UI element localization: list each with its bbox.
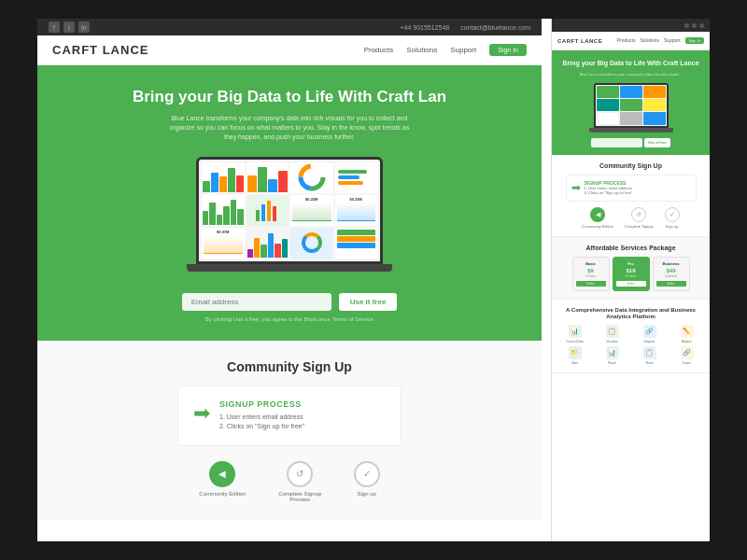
thumb-step-circle-3: ✓	[665, 207, 680, 222]
thumb-analytics-label-3: Integrate	[632, 340, 667, 343]
thumb-nav-products[interactable]: Products	[617, 37, 636, 44]
thumb-nav-solutions[interactable]: Solutions	[640, 37, 659, 44]
thumb-pkg-price-pro: $19	[616, 268, 646, 273]
screen-cell-11	[290, 228, 333, 259]
thumb-logo: CARFT LANCE	[557, 38, 602, 44]
facebook-icon[interactable]: f	[49, 21, 60, 33]
thumb-cell-7	[597, 112, 619, 124]
thumb-pkg-price-biz: $49	[656, 268, 686, 273]
twitter-icon[interactable]: t	[63, 21, 75, 33]
thumb-signup-label: SIGNUP PROCESS	[585, 180, 633, 186]
hero-subtitle: Blue Lance transforms your company's dat…	[168, 114, 411, 141]
nav-logo: CARFT LANCE	[52, 43, 364, 57]
hero-cta: Use it free	[56, 293, 523, 311]
thumb-analytics-label-1: Connect Data	[557, 340, 592, 343]
use-it-free-button[interactable]: Use it free	[339, 293, 398, 311]
thumb-hero-subtitle: Blue Lance transforms your company's dat…	[559, 72, 702, 77]
thumb-step-label-1: Community Edition	[582, 224, 613, 229]
thumb-analytics-2: 📋 Visualize	[595, 325, 629, 343]
thumb-analytics-1: 📊 Connect Data	[557, 325, 592, 343]
thumb-analytics-icon-6: 📊	[606, 346, 619, 359]
thumb-dot-3	[699, 23, 704, 28]
thumb-pkg-name-pro: Pro	[616, 261, 646, 266]
signup-label: SIGNUP PROCESS	[219, 399, 304, 409]
nav-solutions[interactable]: Solutions	[406, 46, 437, 54]
signup-step-1: 1. User enters email address	[219, 413, 304, 423]
step-circle-process: ↺	[287, 461, 313, 487]
thumb-step-2: ↺ Complete Signup	[625, 207, 654, 229]
thumb-base	[589, 128, 673, 133]
thumb-package-biz: Business $49 Unlimited Select	[653, 257, 690, 291]
thumb-analytics-icon-7: 📋	[643, 346, 656, 359]
nav-support[interactable]: Support	[450, 46, 476, 54]
thumb-analytics-label-6: Report	[595, 361, 629, 365]
thumb-analytics-label-2: Visualize	[595, 340, 629, 343]
thumb-pkg-btn-biz[interactable]: Select	[656, 281, 686, 287]
step-signup: ✓ Sign up	[354, 461, 380, 502]
step-circle-signup: ✓	[354, 461, 380, 487]
linkedin-icon[interactable]: in	[78, 21, 90, 33]
step-label-signup: Sign up	[357, 491, 375, 497]
thumb-cell-5	[620, 99, 642, 111]
thumb-dot-2	[692, 23, 697, 28]
thumb-pkg-feature-pro: 20 Users	[616, 274, 646, 278]
step-community: ◀ Community Edition	[199, 461, 246, 502]
signin-button[interactable]: Sign In	[489, 44, 527, 56]
thumb-step-label-2: Complete Signup	[625, 224, 654, 229]
hero-laptop: $0.22M $0.23M $0.07M	[187, 157, 392, 278]
thumb-use-free-button: Use it free	[644, 138, 670, 147]
thumb-cell-4	[597, 99, 619, 111]
thumb-email-input	[591, 138, 642, 147]
email-address: contact@bluelance.com	[460, 24, 530, 31]
thumb-pkg-btn-pro[interactable]: Select	[616, 281, 646, 287]
phone-number: +44 9015512548	[400, 24, 449, 31]
thumb-cell-8	[620, 112, 642, 124]
thumb-analytics-icon-2: 📋	[606, 325, 619, 338]
thumb-analytics-label-7: Share	[632, 361, 667, 365]
thumb-steps-row: ◀ Community Edition ↺ Complete Signup ✓ …	[557, 207, 704, 229]
thumb-analytics-icon-8: 🔗	[681, 346, 694, 359]
screen-cell-6	[247, 195, 289, 226]
step-process: ↺ Complete Signup Process	[275, 461, 326, 502]
thumb-nav-support[interactable]: Support	[664, 37, 681, 44]
thumb-analytics-icon-1: 📊	[569, 325, 582, 338]
screen-cell-4	[335, 162, 378, 193]
screen-cell-5	[202, 195, 245, 226]
thumb-cell-6	[643, 99, 666, 111]
thumb-analytics-icon-5: 📁	[569, 346, 582, 359]
thumb-analytics-title: A Comprehensive Data Integration and Bus…	[557, 307, 704, 320]
thumb-pkg-name-biz: Business	[656, 261, 686, 266]
thumb-pkg-btn-basic[interactable]: Select	[576, 281, 606, 287]
thumb-nav: CARFT LANCE Products Solutions Support S…	[552, 32, 710, 50]
community-section: Community Sign Up ➡ SIGNUP PROCESS 1. Us…	[37, 341, 542, 521]
thumb-hero-title: Bring your Big Data to Life With Craft L…	[559, 60, 702, 67]
thumb-nav-links: Products Solutions Support Sign In	[617, 37, 704, 44]
thumb-community-title: Community Sign Up	[557, 162, 704, 169]
thumb-laptop	[589, 83, 673, 133]
thumb-pkg-price-basic: $9	[576, 268, 606, 273]
hero-title: Bring your Big Data to Life With Craft L…	[56, 88, 523, 106]
thumb-community-section: Community Sign Up ➡ SIGNUP PROCESS 1. Us…	[552, 155, 710, 237]
thumb-signin-button[interactable]: Sign In	[685, 37, 704, 44]
screen-cell-9: $0.07M	[202, 228, 245, 259]
screen-cell-8: $0.23M	[335, 195, 378, 226]
screen-cell-12	[335, 228, 378, 259]
thumb-input-row: Use it free	[591, 138, 670, 147]
thumb-step-circle-1: ◀	[590, 207, 605, 222]
screen-cell-2	[247, 162, 289, 193]
thumb-packages: Basic $9 5 Users Select Pro $19 20 Users…	[557, 257, 704, 291]
thumb-packages-section: Affordable Services Package Basic $9 5 U…	[552, 237, 710, 300]
thumb-analytics-8: 🔗 Export	[669, 346, 704, 365]
hero-section: Bring your Big Data to Life With Craft L…	[37, 65, 542, 341]
signup-box: ➡ SIGNUP PROCESS 1. User enters email ad…	[177, 385, 402, 446]
screen-cell-7: $0.22M	[290, 195, 333, 226]
main-panel: f t in +44 9015512548 contact@bluelance.…	[37, 19, 542, 541]
main-nav: CARFT LANCE Products Solutions Support S…	[37, 35, 542, 65]
thumb-analytics-6: 📊 Report	[595, 346, 629, 365]
email-input[interactable]	[182, 293, 331, 311]
thumb-packages-title: Affordable Services Package	[557, 245, 704, 251]
thumb-analytics-7: 📋 Share	[632, 346, 667, 365]
thumb-hero: Bring your Big Data to Life With Craft L…	[552, 50, 710, 155]
top-bar: f t in +44 9015512548 contact@bluelance.…	[37, 19, 542, 35]
nav-products[interactable]: Products	[364, 46, 394, 54]
